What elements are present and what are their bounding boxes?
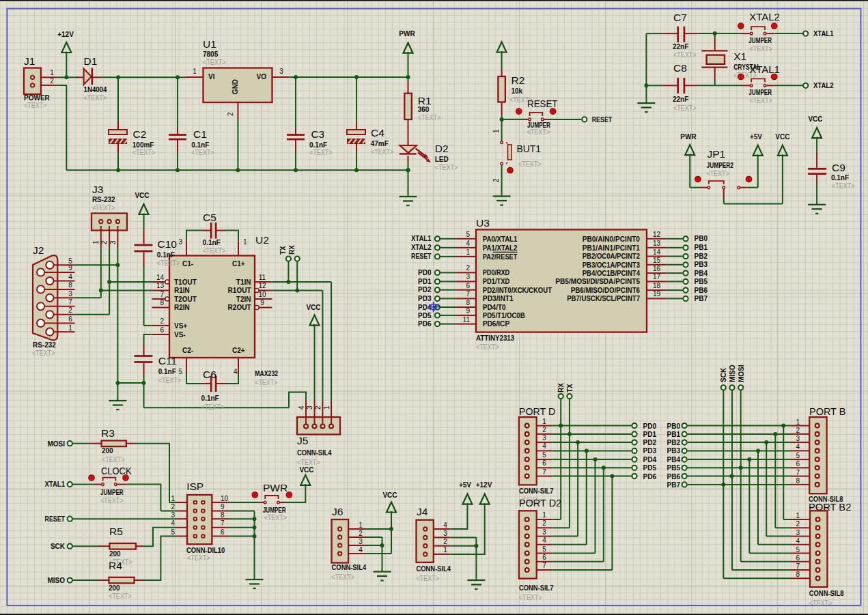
svg-text:PWR: PWR xyxy=(399,30,415,38)
svg-text:<TEXT>: <TEXT> xyxy=(476,343,499,351)
svg-text:7: 7 xyxy=(796,469,800,476)
svg-text:8: 8 xyxy=(796,477,800,485)
svg-text:5: 5 xyxy=(542,451,546,459)
svg-text:C7: C7 xyxy=(673,12,687,23)
svg-text:PB6/MISO/DO/PCINT6: PB6/MISO/DO/PCINT6 xyxy=(571,287,641,294)
svg-text:7805: 7805 xyxy=(203,51,219,58)
svg-text:8: 8 xyxy=(221,511,225,519)
svg-text:J6: J6 xyxy=(332,506,343,517)
svg-text:<TEXT>: <TEXT> xyxy=(749,97,772,104)
svg-text:PB5: PB5 xyxy=(667,464,681,472)
svg-text:MISO: MISO xyxy=(47,577,65,584)
svg-text:RESET: RESET xyxy=(411,253,432,260)
svg-text:PD6: PD6 xyxy=(643,473,657,481)
svg-text:6: 6 xyxy=(542,459,546,467)
svg-text:200: 200 xyxy=(109,550,121,558)
svg-text:<TEXT>: <TEXT> xyxy=(158,377,182,384)
svg-text:R2: R2 xyxy=(512,74,525,86)
svg-text:<TEXT>: <TEXT> xyxy=(417,575,440,582)
svg-text:JP1: JP1 xyxy=(707,148,725,160)
svg-text:8: 8 xyxy=(160,299,164,306)
svg-text:0.1nF: 0.1nF xyxy=(831,174,849,182)
svg-text:PB7/USCK/SCL/PCINT7: PB7/USCK/SCL/PCINT7 xyxy=(567,295,640,302)
svg-text:1: 1 xyxy=(443,546,447,554)
svg-text:POWER: POWER xyxy=(24,94,51,102)
svg-text:7: 7 xyxy=(542,468,546,476)
svg-text:<TEXT>: <TEXT> xyxy=(435,164,458,171)
svg-text:PB5/MOSI/DI/SDA/PCINT5: PB5/MOSI/DI/SDA/PCINT5 xyxy=(555,278,640,285)
svg-text:<TEXT>: <TEXT> xyxy=(519,594,542,601)
svg-text:R1IN: R1IN xyxy=(174,287,190,294)
svg-text:PD1: PD1 xyxy=(418,278,432,285)
svg-text:3: 3 xyxy=(466,273,470,281)
svg-text:8: 8 xyxy=(466,299,470,306)
svg-text:R2OUT: R2OUT xyxy=(228,304,251,311)
svg-text:JUMPER: JUMPER xyxy=(263,506,286,514)
svg-text:X1: X1 xyxy=(733,51,746,62)
svg-text:C10: C10 xyxy=(158,238,178,250)
svg-text:PB1/AIN1/PCINT1: PB1/AIN1/PCINT1 xyxy=(583,244,641,252)
svg-text:T1OUT: T1OUT xyxy=(174,278,197,286)
svg-text:CONN-DIL10: CONN-DIL10 xyxy=(186,547,225,554)
svg-text:<TEXT>: <TEXT> xyxy=(187,554,210,562)
svg-text:CLOCK: CLOCK xyxy=(101,465,132,476)
svg-text:MOSI: MOSI xyxy=(47,440,65,448)
svg-text:2: 2 xyxy=(171,503,175,511)
svg-text:PB3/OC1A/PCINT3: PB3/OC1A/PCINT3 xyxy=(583,261,641,269)
svg-text:XTAL1: XTAL1 xyxy=(411,235,432,242)
svg-text:4: 4 xyxy=(234,368,238,375)
svg-text:PB4/OC1B/PCINT4: PB4/OC1B/PCINT4 xyxy=(583,270,641,277)
svg-text:U3: U3 xyxy=(476,217,490,229)
svg-text:PA2/RESET: PA2/RESET xyxy=(483,253,518,261)
svg-text:7: 7 xyxy=(68,298,72,306)
svg-text:T2IN: T2IN xyxy=(236,296,251,303)
svg-text:0.1nF: 0.1nF xyxy=(157,251,175,259)
svg-text:PB7: PB7 xyxy=(667,481,681,489)
svg-text:19: 19 xyxy=(653,290,661,298)
svg-text:MAX232: MAX232 xyxy=(255,370,278,377)
svg-text:22nF: 22nF xyxy=(673,96,688,103)
svg-text:+12V: +12V xyxy=(476,481,492,489)
svg-text:<TEXT>: <TEXT> xyxy=(109,592,132,600)
svg-text:XTAL1: XTAL1 xyxy=(749,63,780,75)
svg-text:J4: J4 xyxy=(417,506,428,517)
svg-text:22nF: 22nF xyxy=(673,43,688,51)
svg-text:100mF: 100mF xyxy=(132,141,154,149)
svg-text:C1-: C1- xyxy=(182,260,193,268)
svg-text:7: 7 xyxy=(221,519,225,527)
svg-text:<TEXT>: <TEXT> xyxy=(527,128,550,136)
svg-text:<TEXT>: <TEXT> xyxy=(264,514,288,521)
svg-text:1: 1 xyxy=(50,69,54,76)
svg-text:PORT D: PORT D xyxy=(519,405,555,417)
svg-text:CONN-SIL4: CONN-SIL4 xyxy=(297,449,332,457)
svg-text:+5V: +5V xyxy=(750,133,762,141)
svg-text:PB3: PB3 xyxy=(667,447,681,455)
svg-text:PB6: PB6 xyxy=(695,287,708,294)
svg-text:5: 5 xyxy=(796,452,800,459)
svg-text:VI: VI xyxy=(208,73,215,81)
svg-text:2: 2 xyxy=(100,240,108,244)
svg-text:4: 4 xyxy=(359,546,363,554)
svg-text:11: 11 xyxy=(259,274,266,281)
svg-text:18: 18 xyxy=(653,282,661,289)
svg-text:VCC: VCC xyxy=(775,133,789,141)
svg-text:JUMPER2: JUMPER2 xyxy=(707,162,734,169)
svg-text:PB4: PB4 xyxy=(667,456,681,463)
svg-text:D2: D2 xyxy=(435,143,449,154)
svg-text:7: 7 xyxy=(796,562,800,570)
svg-text:MOSI: MOSI xyxy=(738,364,745,382)
svg-text:16: 16 xyxy=(653,265,661,272)
svg-text:0.1nF: 0.1nF xyxy=(203,239,221,246)
svg-text:0.1nF: 0.1nF xyxy=(309,141,327,149)
svg-text:<TEXT>: <TEXT> xyxy=(371,148,394,156)
svg-text:R1: R1 xyxy=(418,95,432,106)
svg-text:9: 9 xyxy=(68,264,72,272)
svg-text:<TEXT>: <TEXT> xyxy=(418,114,441,121)
svg-text:4: 4 xyxy=(542,537,546,544)
svg-text:+12V: +12V xyxy=(57,31,74,38)
svg-text:C2+: C2+ xyxy=(232,347,245,354)
svg-text:10: 10 xyxy=(258,291,266,298)
svg-text:SCK: SCK xyxy=(51,543,66,550)
svg-text:7: 7 xyxy=(160,291,164,298)
svg-text:17: 17 xyxy=(653,273,661,281)
